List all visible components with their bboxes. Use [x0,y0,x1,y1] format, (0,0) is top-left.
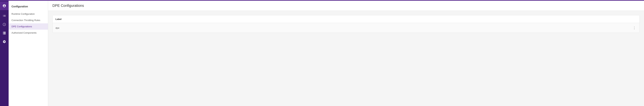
database-icon [2,31,6,35]
sidebar-item-dpe-configurations[interactable]: DPE Configurations [8,23,48,30]
clock-icon [2,23,6,26]
content-header: DPE Configurations [48,1,644,11]
dpe-table: Label dpe ⋮ [52,15,640,33]
table-header: Label [52,15,640,23]
column-label-header: Label [56,18,62,20]
row-label: dpe [56,26,632,29]
sidebar-icon-logo[interactable] [0,2,8,10]
nav-sidebar-title: Configuration [8,4,48,11]
sidebar-item-runtime-configuration[interactable]: Runtime Configuration [8,11,48,17]
nav-sidebar: Configuration Runtime Configuration Conn… [8,1,48,106]
list-icon [2,14,6,18]
content-body: Label dpe ⋮ [48,11,644,37]
sidebar-item-connection-throttling-rules[interactable]: Connection Throttling Rules [8,17,48,23]
top-bar [0,0,644,1]
sidebar-icon-clock[interactable] [0,20,8,29]
sidebar-icon-database[interactable] [0,29,8,37]
settings-icon [2,40,6,44]
row-actions: ⋮ [632,25,637,30]
more-options-button[interactable]: ⋮ [632,25,637,30]
icon-sidebar [0,1,8,106]
sidebar-item-authorized-components[interactable]: Authorized Components [8,30,48,36]
page-title: DPE Configurations [52,4,640,8]
main-content: DPE Configurations Label dpe ⋮ [48,1,644,106]
sidebar-icon-settings[interactable] [0,37,8,46]
logo-icon [2,4,6,8]
table-row: dpe ⋮ [52,23,640,33]
sidebar-icon-list[interactable] [0,12,8,20]
